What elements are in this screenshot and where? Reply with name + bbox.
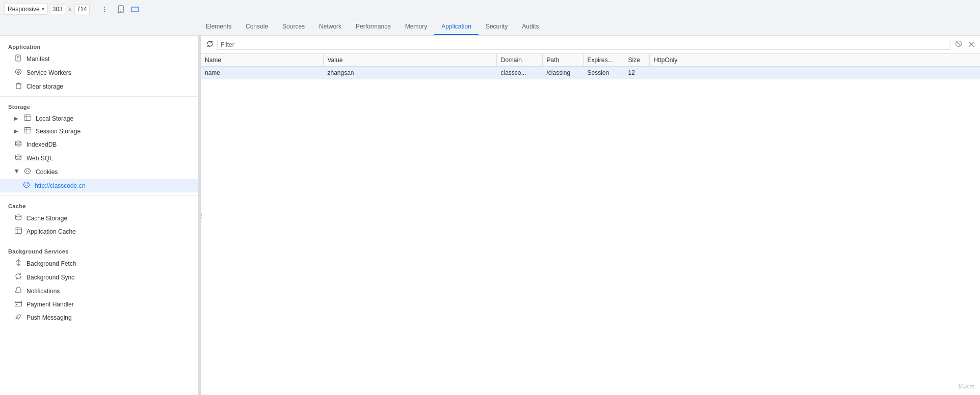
filter-clear-button[interactable]: [967, 39, 976, 50]
application-cache-icon: [14, 228, 22, 235]
svg-rect-13: [24, 115, 31, 121]
cursor-button[interactable]: [129, 3, 141, 15]
sidebar-item-classcode[interactable]: http://classcode.cn: [0, 179, 198, 192]
more-options-button[interactable]: ⋮: [98, 3, 111, 15]
session-storage-expand-icon: ▶: [14, 128, 19, 134]
svg-point-30: [27, 185, 28, 186]
tab-security[interactable]: Security: [479, 20, 515, 35]
resize-handle[interactable]: [199, 36, 201, 395]
svg-point-23: [28, 170, 29, 170]
sidebar-item-local-storage[interactable]: ▶ Local Storage: [0, 112, 198, 125]
col-header-value[interactable]: Value: [323, 54, 496, 67]
sidebar-section-application: Application: [0, 40, 198, 52]
cookies-icon: [23, 167, 32, 176]
device-toolbar-button[interactable]: [115, 3, 127, 15]
cell-expires: Session: [583, 67, 624, 79]
cell-httponly: [649, 67, 980, 79]
sidebar-item-notifications[interactable]: Notifications: [0, 284, 198, 298]
svg-rect-37: [15, 301, 22, 306]
sidebar-section-storage: Storage: [0, 100, 198, 112]
tab-sources[interactable]: Sources: [275, 20, 312, 35]
svg-point-22: [26, 170, 27, 171]
responsive-label: Responsive: [8, 6, 40, 13]
sidebar-item-indexeddb[interactable]: IndexedDB: [0, 137, 198, 151]
session-storage-label: Session Storage: [36, 128, 81, 135]
svg-point-31: [25, 185, 26, 186]
col-header-httponly[interactable]: HttpOnly: [649, 54, 980, 67]
table-row[interactable]: name zhangsan classco... /classing Sessi…: [201, 67, 980, 79]
svg-point-20: [16, 155, 21, 157]
sidebar-item-payment-handler[interactable]: Payment Handler: [0, 298, 198, 311]
svg-rect-39: [16, 304, 17, 305]
top-bar-separator: [94, 4, 94, 14]
tab-elements[interactable]: Elements: [199, 20, 239, 35]
sidebar-item-service-workers[interactable]: Service Workers: [0, 66, 198, 79]
filter-input[interactable]: [221, 41, 947, 48]
cell-size: 12: [624, 67, 649, 79]
tab-application[interactable]: Application: [434, 20, 479, 35]
viewport-height[interactable]: 714: [74, 4, 90, 14]
sidebar-item-clear-storage[interactable]: Clear storage: [0, 79, 198, 93]
dim-x-label: x: [68, 6, 71, 13]
cell-value: zhangsan: [323, 67, 496, 79]
cell-domain: classco...: [496, 67, 542, 79]
sidebar-item-push-messaging[interactable]: Push Messaging: [0, 311, 198, 324]
device-icon: [117, 5, 125, 13]
push-messaging-label: Push Messaging: [27, 314, 72, 321]
local-storage-label: Local Storage: [36, 115, 73, 122]
clear-storage-label: Clear storage: [27, 83, 63, 90]
svg-point-24: [28, 171, 29, 172]
sidebar-item-session-storage[interactable]: ▶ Session Storage: [0, 125, 198, 137]
svg-point-27: [24, 182, 30, 188]
main-layout: Application Manifest Service Workers Cle…: [0, 36, 980, 395]
classcode-icon: [22, 181, 31, 190]
responsive-chevron: ▾: [42, 6, 44, 12]
col-header-expires[interactable]: Expires...: [583, 54, 624, 67]
bg-sync-label: Background Sync: [27, 274, 74, 281]
notifications-icon: [14, 287, 22, 295]
local-storage-expand-icon: ▶: [14, 116, 19, 121]
col-header-path[interactable]: Path: [542, 54, 583, 67]
svg-point-19: [16, 141, 21, 143]
push-messaging-icon: [14, 313, 22, 322]
cache-storage-label: Cache Storage: [27, 215, 67, 222]
svg-point-25: [27, 172, 27, 172]
classcode-label: http://classcode.cn: [35, 182, 85, 189]
tab-memory[interactable]: Memory: [398, 20, 434, 35]
col-header-domain[interactable]: Domain: [496, 54, 542, 67]
svg-line-41: [957, 42, 961, 46]
sidebar-item-web-sql[interactable]: Web SQL: [0, 151, 198, 165]
sidebar-item-bg-fetch[interactable]: Background Fetch: [0, 257, 198, 270]
tab-console[interactable]: Console: [239, 20, 275, 35]
sidebar-item-cookies[interactable]: ▶ Cookies: [0, 165, 198, 179]
sidebar-item-bg-sync[interactable]: Background Sync: [0, 270, 198, 284]
service-workers-icon: [14, 68, 22, 77]
sidebar-item-application-cache[interactable]: Application Cache: [0, 225, 198, 238]
content-area: Name Value Domain Path Expires... Size H…: [201, 36, 980, 395]
filter-block-button[interactable]: [953, 39, 964, 50]
cell-path: /classing: [542, 67, 583, 79]
viewport-width[interactable]: 303: [50, 4, 65, 14]
sidebar-item-manifest[interactable]: Manifest: [0, 52, 198, 66]
web-sql-icon: [14, 154, 22, 162]
tab-network[interactable]: Network: [312, 20, 349, 35]
tab-performance[interactable]: Performance: [349, 20, 398, 35]
filter-bar: [201, 36, 980, 54]
sidebar-divider-3: [0, 241, 198, 241]
cell-name: name: [201, 67, 323, 79]
responsive-selector[interactable]: Responsive ▾: [4, 4, 48, 15]
service-workers-label: Service Workers: [27, 69, 71, 76]
sidebar-divider-1: [0, 96, 198, 97]
filter-reload-button[interactable]: [205, 39, 215, 50]
cache-storage-icon: [14, 214, 22, 222]
manifest-icon: [14, 54, 22, 63]
local-storage-icon: [23, 115, 32, 122]
clear-storage-icon: [14, 82, 22, 91]
col-header-name[interactable]: Name: [201, 54, 323, 67]
sidebar-item-cache-storage[interactable]: Cache Storage: [0, 211, 198, 225]
svg-rect-11: [16, 84, 21, 89]
svg-point-26: [27, 171, 28, 171]
col-header-size[interactable]: Size: [624, 54, 649, 67]
tab-audits[interactable]: Audits: [515, 20, 546, 35]
svg-point-28: [25, 184, 26, 185]
